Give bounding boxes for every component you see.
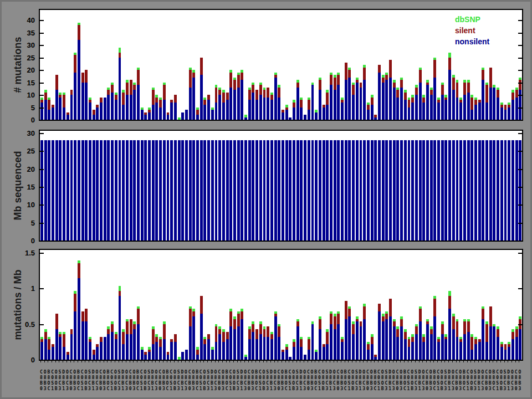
bar [296,80,299,120]
bar-segment-nonsilent [341,140,344,241]
bar-segment-nonsilent [315,112,318,120]
x-tick [148,361,149,362]
bar-segment-silent [259,85,262,95]
bar [200,296,203,360]
bar [115,140,117,241]
bar-segment-nonsilent [100,140,103,241]
bar-segment-nonsilent [152,105,155,120]
bar-segment-silent [400,319,403,327]
bar [167,140,170,241]
bar-segment-silent [371,337,374,345]
bar [241,70,243,120]
bar [93,140,95,241]
bar [203,140,206,241]
x-tick [508,361,508,362]
bar-segment-silent [326,332,329,345]
bar [155,140,158,241]
bar-segment-silent [218,90,221,95]
bar-segment-silent [78,25,80,40]
x-tick [378,361,378,362]
bar [508,140,510,241]
bar-segment-silent [511,93,514,100]
bar-segment-silent [293,103,295,108]
bar-segment-silent [467,83,470,93]
bar-segment-silent [189,309,192,326]
bar-segment-nonsilent [470,140,473,241]
bar-segment-silent [448,58,451,70]
y-tick [40,151,44,152]
bar [40,337,43,360]
bar [519,316,521,360]
bar-segment-silent [196,110,199,115]
bar-segment-nonsilent [122,344,125,360]
bar [382,75,385,120]
bar [500,140,503,241]
bar-segment-nonsilent [296,88,299,120]
bar-segment-nonsilent [360,88,362,120]
bar-segment-nonsilent [456,337,459,360]
bar [319,140,321,241]
bar [497,140,499,241]
bar-segment-nonsilent [411,342,414,360]
bar [222,329,225,360]
bar-segment-nonsilent [167,355,170,360]
bar [515,140,518,241]
x-tick [315,361,315,362]
bar [89,140,91,241]
bar-segment-silent [159,100,162,108]
bar-segment-silent [278,326,280,336]
bar-segment-nonsilent [203,105,206,120]
bar-segment-nonsilent [133,90,136,120]
bar-segment-nonsilent [285,350,288,360]
bar-segment-nonsilent [189,140,192,241]
bar [352,83,355,120]
y-tick [40,324,44,325]
bar [74,53,76,120]
bar [289,117,291,120]
bar [411,140,414,241]
bar-segment-nonsilent [181,112,184,120]
bar-segment-nonsilent [293,108,295,120]
bar-segment-silent [330,75,332,85]
bar-segment-silent [408,100,411,108]
bar [259,140,262,241]
bar-segment-nonsilent [189,326,192,360]
bar [341,337,344,360]
bar-segment-nonsilent [70,334,73,360]
bar [89,337,91,360]
bar-segment-silent [85,309,88,321]
y-tick [518,169,522,170]
bar-segment-silent [152,90,155,105]
bar-segment-silent [133,85,136,90]
bar-segment-silent [382,316,385,321]
x-tick-labels: C8B0O8B3B8OCC0S1O8OBS8C3D8B1O8C3C8B0O8B3… [39,369,523,395]
bar-segment-nonsilent [126,140,129,241]
bar-segment-silent [419,309,422,321]
bar-segment-nonsilent [467,332,470,360]
bar-segment-nonsilent [263,98,266,120]
bar-segment-nonsilent [474,105,477,120]
x-tick [382,361,382,362]
bar [152,326,155,360]
bar-segment-nonsilent [40,103,43,120]
bar [66,140,69,241]
x-tick [500,361,501,362]
bar-segment-nonsilent [396,140,399,241]
bar [396,140,399,241]
bar-segment-silent [111,85,114,93]
bar-segment-nonsilent [411,103,414,120]
bar [122,140,125,241]
bar [267,88,269,120]
bar-segment-silent [348,309,351,316]
bar-segment-silent [215,88,218,103]
bar [48,337,50,360]
bar-segment-nonsilent [255,140,258,241]
bar-segment-nonsilent [141,140,144,241]
bar [326,329,329,360]
bar [178,140,181,241]
bar-segment-nonsilent [222,103,225,120]
bar-segment-nonsilent [233,90,236,120]
bar [185,110,188,120]
bar-segment-silent [515,329,518,337]
bar-segment-silent [345,301,347,319]
